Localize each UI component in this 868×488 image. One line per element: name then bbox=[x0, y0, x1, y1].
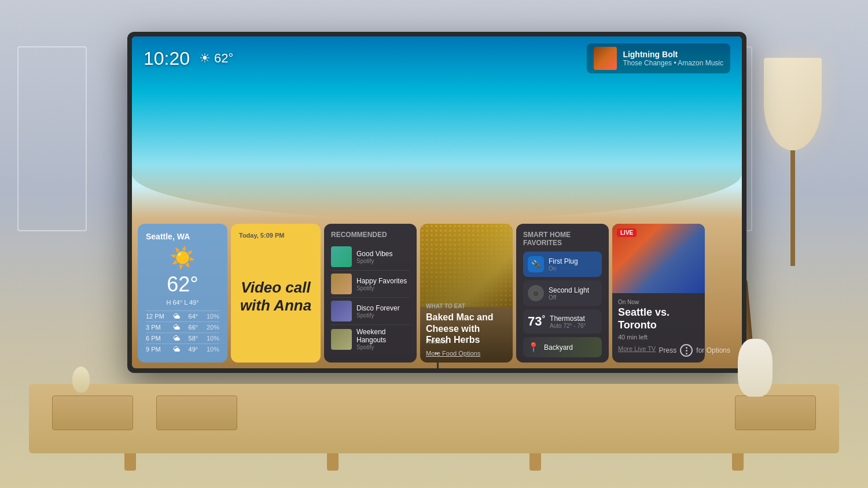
music-info: Lightning Bolt Those Changes • Amazon Mu… bbox=[623, 50, 723, 67]
floor-lamp bbox=[752, 58, 833, 289]
weather-row-3pm: 3 PM 🌥 66° 20% bbox=[146, 321, 219, 332]
time-display: 10:20 bbox=[144, 48, 190, 69]
music-widget[interactable]: Lightning Bolt Those Changes • Amazon Mu… bbox=[587, 43, 730, 73]
lamp-base bbox=[790, 150, 795, 266]
music-item-1[interactable]: Good Vibes Spotify bbox=[331, 243, 410, 271]
second-light-info: Second Light Off bbox=[549, 286, 589, 301]
press-label: Press bbox=[659, 346, 677, 354]
food-label: What To Eat bbox=[426, 303, 507, 309]
music-thumb-1 bbox=[331, 246, 352, 267]
livetv-on-now-label: On Now bbox=[618, 299, 699, 305]
press-options-bar: Press for Options bbox=[659, 344, 730, 357]
live-badge: LIVE bbox=[617, 228, 637, 237]
for-options-label: for Options bbox=[696, 346, 730, 354]
tv-screen: 10:20 ☀ 62° Lightning Bolt Those Changes… bbox=[132, 36, 742, 368]
credenza-drawer-right bbox=[735, 395, 816, 430]
video-call-text: Video call with Anna bbox=[239, 239, 312, 354]
second-light-status: Off bbox=[549, 294, 589, 301]
music-item-2-name: Happy Favorites bbox=[356, 277, 407, 285]
options-icon bbox=[680, 344, 693, 357]
credenza bbox=[29, 384, 839, 453]
music-item-1-name: Good Vibes bbox=[356, 250, 393, 258]
first-plug-info: First Plug On bbox=[549, 257, 578, 272]
music-item-3[interactable]: Disco Forever Spotify bbox=[331, 298, 410, 325]
weather-display: ☀ 62° bbox=[199, 51, 233, 66]
credenza-drawer-center bbox=[156, 395, 237, 430]
livetv-title: Seattle vs. Toronto bbox=[618, 306, 699, 331]
smarthome-item-first-plug[interactable]: 🔌 First Plug On bbox=[523, 252, 602, 277]
large-vase-body bbox=[738, 339, 773, 397]
thermostat-temp: 73° bbox=[528, 314, 545, 329]
music-subtitle: Those Changes • Amazon Music bbox=[623, 59, 723, 67]
thermostat-range: Auto 72° - 76° bbox=[550, 323, 586, 329]
weather-hi-lo: H 64° L 49° bbox=[146, 299, 219, 306]
lamp-shade bbox=[764, 58, 822, 150]
television: 10:20 ☀ 62° Lightning Bolt Those Changes… bbox=[127, 32, 746, 373]
reduce-button[interactable]: Reduce ⌄ bbox=[426, 338, 448, 357]
music-item-3-name: Disco Forever bbox=[356, 304, 400, 312]
leg-4 bbox=[732, 453, 744, 471]
music-thumb-2 bbox=[331, 273, 352, 294]
time-weather-widget: 10:20 ☀ 62° bbox=[144, 48, 233, 69]
light-icon: ○ bbox=[528, 285, 544, 301]
music-item-2-info: Happy Favorites Spotify bbox=[356, 277, 407, 291]
leg-1 bbox=[124, 453, 136, 471]
music-panel-title: Recommended bbox=[331, 231, 410, 239]
chevron-down-icon: ⌄ bbox=[433, 346, 440, 357]
credenza-drawer-left bbox=[52, 395, 133, 430]
small-vase bbox=[67, 352, 95, 393]
thermostat-item[interactable]: 73° Thermostat Auto 72° - 76° bbox=[523, 309, 602, 334]
wall-panel-left bbox=[17, 46, 87, 231]
music-title: Lightning Bolt bbox=[623, 50, 723, 59]
leg-2 bbox=[327, 453, 339, 471]
music-thumb-3 bbox=[331, 301, 352, 321]
small-vase-body bbox=[72, 367, 90, 393]
music-item-1-source: Spotify bbox=[356, 258, 393, 264]
livetv-image: LIVE bbox=[612, 224, 705, 293]
music-item-2[interactable]: Happy Favorites Spotify bbox=[331, 271, 410, 298]
tv-bottom-bar: Reduce ⌄ bbox=[132, 338, 742, 357]
album-art bbox=[594, 47, 617, 70]
smarthome-item-second-light[interactable]: ○ Second Light Off bbox=[523, 280, 602, 306]
first-plug-status: On bbox=[549, 265, 578, 272]
music-item-2-source: Spotify bbox=[356, 285, 407, 291]
music-item-3-source: Spotify bbox=[356, 312, 400, 319]
music-item-3-info: Disco Forever Spotify bbox=[356, 304, 400, 319]
tv-top-bar: 10:20 ☀ 62° Lightning Bolt Those Changes… bbox=[144, 43, 730, 73]
thermostat-info: Thermostat Auto 72° - 76° bbox=[550, 315, 586, 329]
leg-3 bbox=[529, 453, 541, 471]
music-item-1-info: Good Vibes Spotify bbox=[356, 250, 393, 264]
smarthome-panel-title: Smart Home Favorites bbox=[523, 231, 602, 247]
weather-big-temp: 62° bbox=[146, 272, 219, 297]
weather-sun-icon: ☀️ bbox=[146, 246, 219, 270]
plug-icon: 🔌 bbox=[528, 256, 544, 272]
video-call-date: Today, 5:09 PM bbox=[239, 232, 312, 239]
sun-icon: ☀ bbox=[199, 51, 211, 66]
first-plug-name: First Plug bbox=[549, 257, 578, 265]
second-light-name: Second Light bbox=[549, 286, 589, 294]
temp-display: 62° bbox=[214, 51, 233, 66]
credenza-legs bbox=[29, 453, 839, 471]
weather-location: Seattle, WA bbox=[146, 232, 219, 241]
reduce-label: Reduce bbox=[426, 338, 448, 345]
thermostat-name: Thermostat bbox=[550, 315, 586, 323]
weather-row-12pm: 12 PM 🌥 64° 10% bbox=[146, 310, 219, 321]
